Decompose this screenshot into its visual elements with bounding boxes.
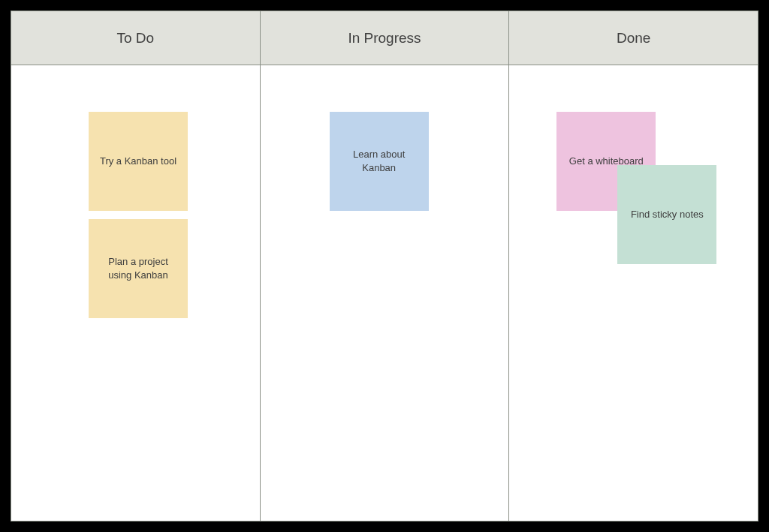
card-text: Try a Kanban tool xyxy=(100,155,176,168)
column-headers: To Do In Progress Done xyxy=(11,11,758,65)
column-title: In Progress xyxy=(348,30,421,47)
card-text: Plan a project using Kanban xyxy=(96,255,180,281)
lane-todo[interactable]: Try a Kanban tool Plan a project using K… xyxy=(11,65,261,521)
kanban-board: To Do In Progress Done Try a Kanban tool… xyxy=(11,11,758,521)
column-header-done: Done xyxy=(509,11,758,65)
lane-inprogress[interactable]: Learn about Kanban xyxy=(261,65,510,521)
card-try-kanban-tool[interactable]: Try a Kanban tool xyxy=(89,112,188,211)
card-text: Learn about Kanban xyxy=(337,148,421,174)
column-title: To Do xyxy=(117,30,155,47)
card-learn-kanban[interactable]: Learn about Kanban xyxy=(330,112,429,211)
card-find-sticky-notes[interactable]: Find sticky notes xyxy=(617,165,716,264)
lane-done[interactable]: Get a whiteboard Find sticky notes xyxy=(509,65,758,521)
card-plan-project[interactable]: Plan a project using Kanban xyxy=(89,219,188,318)
card-text: Find sticky notes xyxy=(631,208,704,221)
column-header-inprogress: In Progress xyxy=(261,11,510,65)
column-title: Done xyxy=(617,30,650,47)
column-header-todo: To Do xyxy=(11,11,261,65)
lanes: Try a Kanban tool Plan a project using K… xyxy=(11,65,758,521)
